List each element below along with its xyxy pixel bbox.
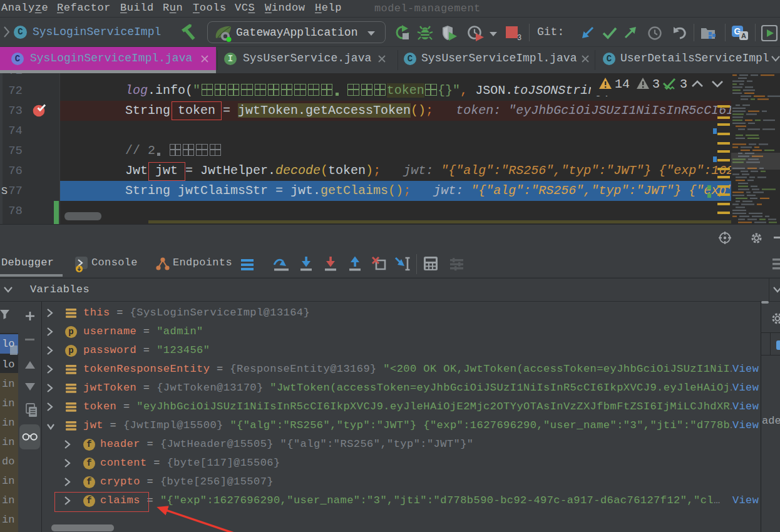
svg-text:A: A	[741, 32, 746, 39]
